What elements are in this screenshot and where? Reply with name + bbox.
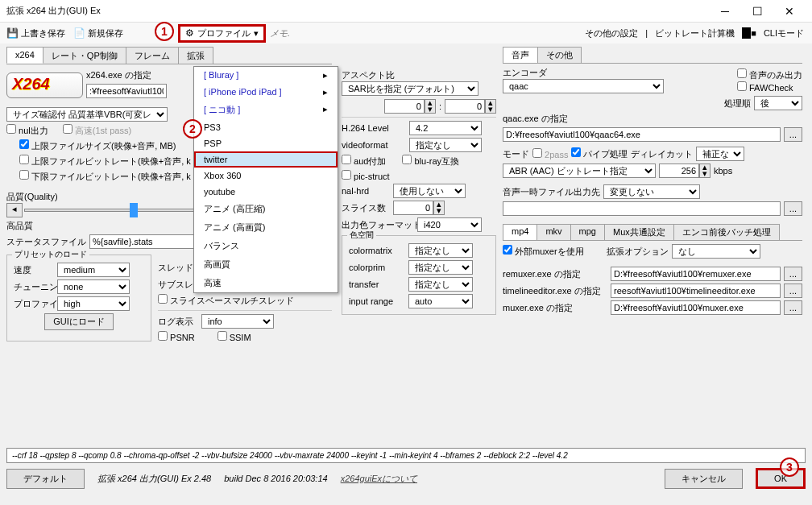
bluray-compat-checkbox[interactable]: blu-ray互換 xyxy=(402,155,459,168)
other-settings-link[interactable]: その他の設定 xyxy=(585,28,638,38)
tab-rate-qp[interactable]: レート・QP制御 xyxy=(43,47,126,64)
tmpout-path-input[interactable] xyxy=(503,201,781,216)
encoder-select[interactable]: qaac xyxy=(503,79,664,93)
tab-ext[interactable]: 拡張 xyxy=(178,47,213,64)
cancel-button[interactable]: キャンセル xyxy=(665,469,743,489)
upper-filesize-checkbox[interactable]: 上限ファイルサイズ(映像+音声, MB) xyxy=(19,139,176,152)
stats-label: ステータスファイル xyxy=(6,236,86,248)
sar-mode-select[interactable]: SAR比を指定 (デフォルト) xyxy=(342,81,478,96)
profile-item-highq[interactable]: 高画質 xyxy=(194,255,338,274)
profile-item-balance[interactable]: バランス xyxy=(194,237,338,255)
profile-select[interactable]: high xyxy=(57,296,130,311)
ext-muxer-checkbox[interactable]: 外部muxerを使用 xyxy=(503,245,584,258)
tab-mkv[interactable]: mkv xyxy=(536,224,570,240)
tmpout-select[interactable]: 変更しない xyxy=(603,184,700,199)
tab-mp4[interactable]: mp4 xyxy=(503,224,537,240)
muxer-label: muxer.exe の指定 xyxy=(503,302,607,314)
profile-item-bluray[interactable]: [ Bluray ] xyxy=(194,67,338,84)
new-save-button[interactable]: 新規保存 xyxy=(70,26,126,41)
outcolor-select[interactable]: i420 xyxy=(417,217,482,232)
pic-struct-checkbox[interactable]: pic-struct xyxy=(342,170,390,181)
remuxer-label: remuxer.exe の指定 xyxy=(503,268,607,280)
quality-dec[interactable]: ◂ xyxy=(6,203,23,217)
transfer-select[interactable]: 指定なし xyxy=(408,277,473,292)
inputrange-select[interactable]: auto xyxy=(408,294,473,308)
memo-input[interactable] xyxy=(267,26,292,40)
qaac-path-input[interactable] xyxy=(503,127,781,142)
minimize-button[interactable]: ─ xyxy=(709,0,741,23)
profile-dropdown-button[interactable]: プロファイル▾ xyxy=(178,24,266,43)
log-select[interactable]: info xyxy=(201,314,274,329)
about-link[interactable]: x264guiExについて xyxy=(341,473,417,485)
twopass-checkbox[interactable]: 2pass xyxy=(532,148,568,159)
gui-load-button[interactable]: GUIにロード xyxy=(44,313,114,330)
profile-item-iphone[interactable]: [ iPhone iPod iPad ] xyxy=(194,84,338,101)
ext-opt-select[interactable]: なし xyxy=(672,244,760,259)
close-button[interactable]: ✕ xyxy=(773,0,806,23)
overwrite-save-button[interactable]: 上書き保存 xyxy=(3,26,68,41)
speed-select[interactable]: medium xyxy=(57,263,130,277)
tab-other[interactable]: その他 xyxy=(537,47,582,63)
tab-mpg[interactable]: mpg xyxy=(570,224,605,240)
muxer-browse-button[interactable]: ... xyxy=(784,300,802,315)
cli-mode-link[interactable]: CLIモード xyxy=(764,28,804,38)
aud-checkbox[interactable]: aud付加 xyxy=(342,155,386,168)
x264exe-path-input[interactable] xyxy=(86,84,167,98)
tleditor-browse-button[interactable]: ... xyxy=(784,284,802,298)
qaac-browse-button[interactable]: ... xyxy=(784,127,802,142)
ssim-checkbox[interactable]: SSIM xyxy=(218,331,251,342)
slices-spin[interactable]: ▴▾ xyxy=(393,201,445,215)
profile-item-ps3[interactable]: PS3 xyxy=(194,119,338,135)
tab-audio[interactable]: 音声 xyxy=(503,47,538,63)
h264level-select[interactable]: 4.2 xyxy=(409,121,482,135)
tab-x264[interactable]: x264 xyxy=(6,47,44,64)
remuxer-browse-button[interactable]: ... xyxy=(784,267,802,281)
colorprim-select[interactable]: 指定なし xyxy=(408,260,473,275)
fawcheck-checkbox[interactable]: FAWCheck xyxy=(737,83,793,93)
bitrate-calc-link[interactable]: ビットレート計算機 xyxy=(655,28,735,38)
nalhrd-select[interactable]: 使用しない xyxy=(393,184,466,198)
audio-only-checkbox[interactable]: 音声のみ出力 xyxy=(737,70,802,80)
sar1-spin[interactable]: ▴▾ xyxy=(384,99,436,114)
upper-bitrate-checkbox[interactable]: 上限ファイルビットレート(映像+音声, k xyxy=(19,155,191,168)
tmpout-browse-button[interactable]: ... xyxy=(784,201,802,216)
tune-select[interactable]: none xyxy=(57,279,130,294)
chevron-down-icon: ▾ xyxy=(254,28,259,39)
default-button[interactable]: デフォルト xyxy=(6,469,85,489)
profile-item-anime-hc[interactable]: アニメ (高圧縮) xyxy=(194,200,338,218)
h264level-label: H.264 Level xyxy=(342,123,406,133)
profile-item-twitter[interactable]: twitter xyxy=(194,151,338,168)
remuxer-path-input[interactable] xyxy=(611,267,781,281)
fast-1stpass-checkbox[interactable]: 高速(1st pass) xyxy=(63,124,131,137)
maximize-button[interactable]: ☐ xyxy=(741,0,773,23)
muxer-path-input[interactable] xyxy=(611,300,781,315)
videoformat-select[interactable]: 指定なし xyxy=(409,138,482,152)
colormatrix-select[interactable]: 指定なし xyxy=(408,243,473,258)
profile-item-youtube[interactable]: youtube xyxy=(194,184,338,200)
order-select[interactable]: 後 xyxy=(754,96,802,110)
colorprim-label: colorprim xyxy=(349,263,405,272)
audio-bitrate-spin[interactable]: ▴▾ xyxy=(659,164,710,178)
nul-output-checkbox[interactable]: nul出力 xyxy=(6,124,48,137)
psnr-checkbox[interactable]: PSNR xyxy=(158,331,195,342)
videoformat-label: videoformat xyxy=(342,140,406,150)
profile-item-fast[interactable]: 高速 xyxy=(194,274,338,292)
profile-item-nico[interactable]: [ ニコ動 ] xyxy=(194,101,338,119)
delaycut-select[interactable]: 補正なし xyxy=(696,147,744,161)
sliced-threads-checkbox[interactable]: スライスベースマルチスレッド xyxy=(158,294,294,307)
tab-batch[interactable]: エンコ前後バッチ処理 xyxy=(673,224,780,240)
rate-mode-select[interactable]: サイズ確認付 品質基準VBR(可変レート) xyxy=(6,107,168,122)
sar2-spin[interactable]: ▴▾ xyxy=(445,99,496,114)
tleditor-path-input[interactable] xyxy=(611,284,781,298)
tab-frame[interactable]: フレーム xyxy=(126,47,179,64)
pipe-checkbox[interactable]: パイプ処理 xyxy=(571,147,628,160)
audio-rate-mode-select[interactable]: ABR (AAC) ビットレート指定 xyxy=(503,164,656,178)
transfer-label: transfer xyxy=(349,279,405,289)
profile-item-psp[interactable]: PSP xyxy=(194,135,338,151)
build-label: build Dec 8 2016 20:03:14 xyxy=(224,474,327,483)
tab-mux-common[interactable]: Mux共通設定 xyxy=(604,224,674,240)
lower-bitrate-checkbox[interactable]: 下限ファイルビットレート(映像+音声, k xyxy=(19,170,191,183)
profile-item-anime-hq[interactable]: アニメ (高画質) xyxy=(194,218,338,237)
hq-label: 高品質 xyxy=(6,220,33,232)
profile-item-xbox360[interactable]: Xbox 360 xyxy=(194,168,338,184)
